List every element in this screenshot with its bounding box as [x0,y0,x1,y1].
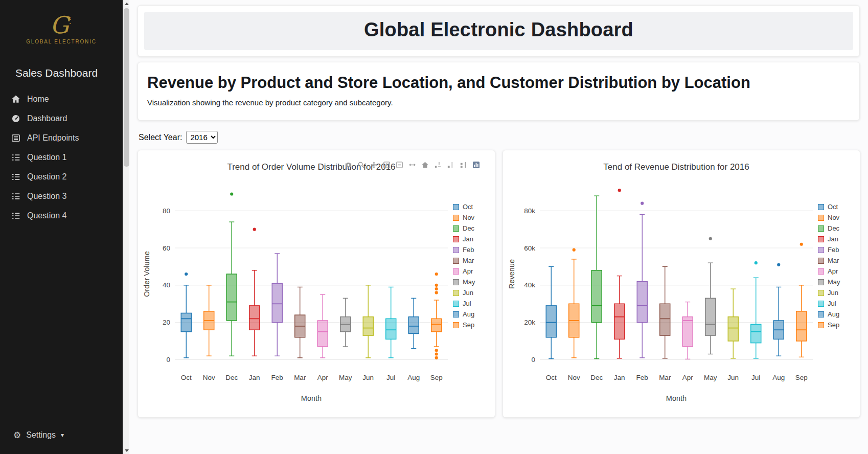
sidebar-item-question-2[interactable]: Question 2 [0,167,123,187]
box-trace-aug[interactable] [773,263,784,356]
legend-swatch [818,204,824,210]
box-trace-jan[interactable] [249,228,260,356]
box-trace-sep[interactable] [796,243,807,357]
box-trace-jul[interactable] [751,261,761,358]
autoscale-icon[interactable] [406,160,418,170]
legend-swatch [453,204,459,210]
box-trace-jan[interactable] [614,189,625,358]
sidebar-item-api-endpoints[interactable]: API Endpoints [0,128,123,148]
legend-item-dec[interactable]: Dec [453,225,492,232]
legend-label: Nov [828,214,839,221]
legend-item-oct[interactable]: Oct [818,203,857,210]
svg-text:Order Volume: Order Volume [143,251,151,297]
logo-monogram: G: [0,13,123,37]
legend-label: Jun [828,289,838,296]
box-trace-apr[interactable] [682,302,693,359]
box-trace-oct[interactable] [546,266,556,358]
legend-item-jul[interactable]: Jul [818,300,857,307]
sidebar-item-question-1[interactable]: Question 1 [0,148,123,167]
box-trace-sep[interactable] [431,273,442,359]
sidebar-item-label: Question 4 [27,211,66,220]
scroll-down-icon[interactable] [123,447,130,454]
compare-icon[interactable] [458,160,469,170]
legend-swatch [453,225,459,232]
scrollbar-thumb[interactable] [124,8,129,167]
page-scrollbar[interactable] [123,0,129,454]
revenue-chart-card: 020k40k60k80kOctNovDecJanFebMarAprMayJun… [502,150,860,418]
svg-text:Month: Month [301,394,322,402]
legend-item-sep[interactable]: Sep [453,322,492,328]
legend-swatch [453,247,459,253]
box-trace-jun[interactable] [363,285,373,358]
reset-axes-icon[interactable] [419,160,430,170]
legend-item-nov[interactable]: Nov [453,214,492,221]
sidebar-item-question-3[interactable]: Question 3 [0,187,123,206]
legend-item-mar[interactable]: Mar [453,257,492,264]
sidebar-item-question-4[interactable]: Question 4 [0,206,123,225]
section-subheading: Visualization showing the revenue by pro… [147,98,850,107]
sidebar-item-label: Dashboard [27,114,67,123]
legend-item-aug[interactable]: Aug [453,311,492,317]
svg-text:Dec: Dec [225,374,238,381]
box-trace-aug[interactable] [408,298,419,348]
box-trace-feb[interactable] [637,202,647,358]
box-trace-mar[interactable] [660,266,670,358]
svg-text:May: May [704,374,717,381]
zoom-out-icon[interactable] [394,160,405,170]
sidebar-item-label: API Endpoints [27,133,79,143]
order-volume-box-chart[interactable]: 020406080OctNovDecJanFebMarAprMayJunJulA… [141,154,453,410]
box-trace-dec[interactable] [226,192,237,356]
legend-item-sep[interactable]: Sep [818,322,857,328]
legend-item-jan[interactable]: Jan [453,236,492,242]
box-trace-jul[interactable] [386,287,396,357]
svg-text:Jul: Jul [386,374,395,381]
box-trace-may[interactable] [705,237,716,354]
legend-item-feb[interactable]: Feb [818,246,857,253]
svg-text:Dec: Dec [590,374,603,381]
box-trace-apr[interactable] [317,294,328,358]
legend-item-may[interactable]: May [453,279,492,285]
toggle-spikes-icon[interactable] [432,160,443,170]
legend-item-may[interactable]: May [818,279,857,285]
legend-item-feb[interactable]: Feb [453,246,492,253]
legend-item-mar[interactable]: Mar [818,257,857,264]
legend-item-jun[interactable]: Jun [818,289,857,296]
legend-item-apr[interactable]: Apr [818,268,857,275]
box-trace-jun[interactable] [728,289,738,358]
box-trace-mar[interactable] [295,287,305,357]
box-trace-dec[interactable] [591,196,602,359]
svg-text:80k: 80k [524,207,535,215]
sidebar-item-dashboard[interactable]: Dashboard [0,109,123,128]
box-trace-feb[interactable] [272,254,282,356]
sidebar-title: Sales Dashboard [0,67,123,79]
settings-label: Settings [26,430,56,440]
legend-swatch [453,322,459,328]
legend-item-aug[interactable]: Aug [818,311,857,317]
show-closest-icon[interactable] [445,160,456,170]
settings-menu[interactable]: ⚙ Settings ▾ [0,425,123,445]
box-trace-nov[interactable] [204,285,214,356]
legend-item-nov[interactable]: Nov [818,214,857,221]
zoom-in-icon[interactable] [381,160,392,170]
box-trace-may[interactable] [340,298,351,347]
zoom-icon[interactable] [355,160,367,170]
legend-item-jun[interactable]: Jun [453,289,492,296]
legend-item-oct[interactable]: Oct [453,203,492,210]
svg-text:Feb: Feb [636,374,648,381]
legend-swatch [818,301,824,307]
svg-text:Month: Month [666,394,687,402]
box-trace-nov[interactable] [569,248,579,358]
scroll-up-icon[interactable] [123,0,130,7]
legend-item-apr[interactable]: Apr [453,268,492,275]
revenue-box-chart[interactable]: 020k40k60k80kOctNovDecJanFebMarAprMayJun… [506,154,818,410]
plotly-logo-icon[interactable] [470,160,482,170]
legend-item-jul[interactable]: Jul [453,300,492,307]
camera-icon[interactable] [342,160,354,170]
legend-item-jan[interactable]: Jan [818,236,857,242]
sidebar-item-home[interactable]: Home [0,89,123,109]
year-select[interactable]: 2016 [186,131,218,144]
legend-item-dec[interactable]: Dec [818,225,857,232]
legend-swatch [818,236,824,242]
legend-swatch [818,268,824,275]
pan-icon[interactable] [368,160,379,170]
